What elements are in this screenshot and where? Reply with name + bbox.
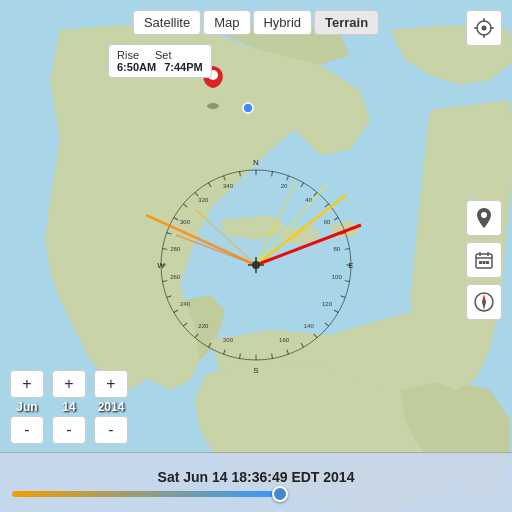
time-slider-thumb[interactable] bbox=[272, 486, 288, 502]
svg-text:140: 140 bbox=[304, 323, 315, 329]
svg-text:340: 340 bbox=[223, 183, 234, 189]
hybrid-button[interactable]: Hybrid bbox=[252, 10, 312, 35]
year-col: + 2014 - bbox=[94, 370, 128, 444]
svg-point-68 bbox=[207, 103, 219, 109]
day-col: + 14 - bbox=[52, 370, 86, 444]
svg-text:320: 320 bbox=[198, 197, 209, 203]
map-toolbar: Satellite Map Hybrid Terrain bbox=[133, 10, 379, 35]
day-plus-button[interactable]: + bbox=[52, 370, 86, 398]
svg-text:W: W bbox=[157, 261, 165, 270]
svg-rect-82 bbox=[479, 261, 482, 264]
svg-text:260: 260 bbox=[170, 274, 181, 280]
svg-text:S: S bbox=[253, 366, 258, 375]
svg-point-70 bbox=[243, 103, 253, 113]
time-slider-fill bbox=[12, 491, 280, 497]
year-minus-button[interactable]: - bbox=[94, 416, 128, 444]
rise-time: 6:50AM bbox=[117, 61, 156, 73]
svg-text:N: N bbox=[253, 158, 259, 167]
date-controls: + Jun - + 14 - + 2014 - bbox=[10, 370, 128, 444]
day-minus-button[interactable]: - bbox=[52, 416, 86, 444]
day-label: 14 bbox=[62, 400, 75, 414]
locate-button[interactable] bbox=[466, 10, 502, 46]
svg-text:280: 280 bbox=[170, 246, 181, 252]
sun-info-box: Rise Set 6:50AM 7:44PM bbox=[108, 44, 212, 78]
svg-text:220: 220 bbox=[198, 323, 209, 329]
compass-button[interactable] bbox=[466, 284, 502, 320]
terrain-button[interactable]: Terrain bbox=[314, 10, 379, 35]
svg-point-77 bbox=[481, 212, 487, 218]
svg-text:E: E bbox=[348, 261, 353, 270]
svg-text:80: 80 bbox=[333, 246, 340, 252]
svg-text:300: 300 bbox=[180, 219, 191, 225]
svg-text:120: 120 bbox=[322, 301, 333, 307]
map-button[interactable]: Map bbox=[203, 10, 250, 35]
svg-text:240: 240 bbox=[180, 301, 191, 307]
set-time: 7:44PM bbox=[164, 61, 203, 73]
month-minus-button[interactable]: - bbox=[10, 416, 44, 444]
satellite-button[interactable]: Satellite bbox=[133, 10, 201, 35]
svg-text:200: 200 bbox=[223, 337, 234, 343]
datetime-display: Sat Jun 14 18:36:49 EDT 2014 bbox=[158, 469, 355, 485]
year-label: 2014 bbox=[98, 400, 125, 414]
month-plus-button[interactable]: + bbox=[10, 370, 44, 398]
set-label: Set bbox=[155, 49, 172, 61]
svg-text:60: 60 bbox=[324, 219, 331, 225]
pin-button[interactable] bbox=[466, 200, 502, 236]
svg-rect-84 bbox=[486, 261, 489, 264]
map-container[interactable]: N E S W 320 340 20 40 60 80 100 120 140 … bbox=[0, 0, 512, 512]
month-col: + Jun - bbox=[10, 370, 44, 444]
month-label: Jun bbox=[16, 400, 37, 414]
calendar-button[interactable] bbox=[466, 242, 502, 278]
svg-point-88 bbox=[482, 300, 486, 304]
svg-text:20: 20 bbox=[281, 183, 288, 189]
svg-point-72 bbox=[482, 26, 487, 31]
svg-text:160: 160 bbox=[279, 337, 290, 343]
time-bar: Sat Jun 14 18:36:49 EDT 2014 bbox=[0, 452, 512, 512]
svg-rect-83 bbox=[483, 261, 486, 264]
rise-label: Rise bbox=[117, 49, 139, 61]
time-slider-track[interactable] bbox=[12, 491, 500, 497]
year-plus-button[interactable]: + bbox=[94, 370, 128, 398]
svg-text:100: 100 bbox=[332, 274, 343, 280]
right-buttons bbox=[466, 200, 502, 320]
